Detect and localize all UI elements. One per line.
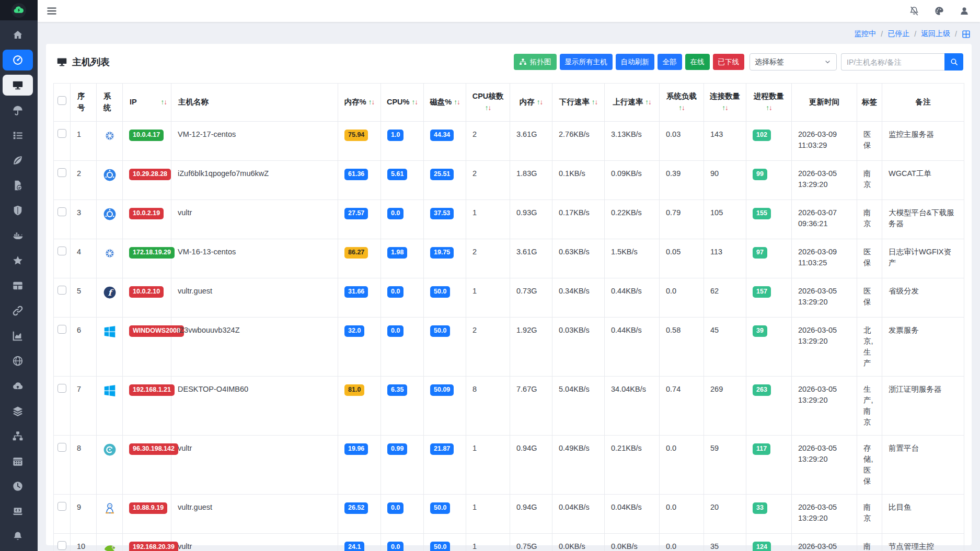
col-header-mem[interactable]: 内存 ↑↓ bbox=[510, 84, 552, 122]
notifications-off-icon[interactable] bbox=[909, 6, 919, 16]
filter-all-button[interactable]: 全部 bbox=[658, 54, 682, 70]
sort-desc-icon[interactable]: ↓ bbox=[457, 98, 460, 106]
row-checkbox[interactable] bbox=[57, 325, 66, 334]
filter-offline-button[interactable]: 已下线 bbox=[713, 54, 745, 70]
search-input[interactable] bbox=[841, 53, 944, 71]
palette-icon[interactable] bbox=[934, 6, 944, 16]
row-checkbox[interactable] bbox=[57, 286, 66, 295]
sidebar-item-file-check[interactable] bbox=[3, 175, 33, 196]
sort-icons[interactable]: ↑↓ bbox=[766, 104, 772, 112]
breadcrumb-link[interactable]: 返回上级 bbox=[921, 29, 950, 39]
sort-icons[interactable]: ↑↓ bbox=[537, 98, 543, 106]
search-button[interactable] bbox=[944, 53, 963, 71]
breadcrumb-link[interactable]: 监控中 bbox=[854, 29, 876, 39]
row-checkbox[interactable] bbox=[57, 207, 66, 216]
auto-refresh-button[interactable]: 自动刷新 bbox=[616, 54, 654, 70]
sidebar-item-link[interactable] bbox=[3, 300, 33, 321]
ip-badge[interactable]: 96.30.198.142 bbox=[129, 443, 178, 455]
load-cell: 0.03 bbox=[666, 130, 681, 138]
col-header-up[interactable]: 上行速率 ↑↓ bbox=[605, 84, 660, 122]
col-header-cpu_pct[interactable]: CPU% ↑↓ bbox=[381, 84, 424, 122]
ip-badge[interactable]: 192.168.1.21 bbox=[129, 384, 175, 396]
sidebar-item-home[interactable] bbox=[3, 25, 33, 45]
user-icon[interactable] bbox=[959, 6, 970, 16]
sidebar-item-umbrella[interactable] bbox=[3, 100, 33, 121]
sort-desc-icon[interactable]: ↓ bbox=[414, 98, 418, 106]
sidebar-item-shield[interactable] bbox=[3, 200, 33, 221]
app-logo[interactable] bbox=[0, 0, 38, 20]
row-checkbox[interactable] bbox=[57, 541, 66, 550]
row-checkbox[interactable] bbox=[57, 502, 66, 511]
sort-icons[interactable]: ↑↓ bbox=[161, 97, 167, 108]
row-checkbox[interactable] bbox=[57, 168, 66, 177]
sort-desc-icon[interactable]: ↓ bbox=[164, 98, 167, 106]
sidebar-item-terminal[interactable] bbox=[3, 501, 33, 522]
sidebar-item-docker[interactable] bbox=[3, 225, 33, 246]
sidebar-item-bell[interactable] bbox=[3, 526, 33, 547]
sidebar-item-globe[interactable] bbox=[3, 350, 33, 371]
col-header-cores[interactable]: CPU核数 ↑↓ bbox=[466, 84, 510, 122]
col-header-ip[interactable]: IP↑↓ bbox=[123, 84, 171, 122]
sort-icons[interactable]: ↑↓ bbox=[645, 98, 651, 106]
grid-view-icon[interactable] bbox=[962, 30, 971, 39]
ip-badge[interactable]: 10.0.4.17 bbox=[129, 130, 164, 141]
sidebar-item-calendar[interactable] bbox=[3, 451, 33, 472]
filter-online-button[interactable]: 在线 bbox=[685, 54, 710, 70]
sort-desc-icon[interactable]: ↓ bbox=[540, 98, 543, 106]
tag-select[interactable]: 选择标签 bbox=[750, 53, 837, 71]
sidebar-item-sitemap[interactable] bbox=[3, 426, 33, 447]
ip-badge[interactable]: 10.29.28.28 bbox=[129, 169, 171, 180]
sort-desc-icon[interactable]: ↓ bbox=[725, 104, 728, 112]
sidebar-item-cloud-upload[interactable] bbox=[3, 376, 33, 396]
col-header-load[interactable]: 系统负载 ↑↓ bbox=[660, 84, 704, 122]
sort-desc-icon[interactable]: ↓ bbox=[769, 104, 772, 112]
col-header-down[interactable]: 下行速率 ↑↓ bbox=[552, 84, 605, 122]
ip-badge[interactable]: 10.88.9.19 bbox=[129, 502, 167, 514]
col-header-procs[interactable]: 进程数量 ↑↓ bbox=[746, 84, 792, 122]
sort-desc-icon[interactable]: ↓ bbox=[488, 104, 491, 112]
col-header-disk_pct[interactable]: 磁盘% ↑↓ bbox=[424, 84, 466, 122]
sort-icons[interactable]: ↑↓ bbox=[454, 98, 460, 106]
ip-badge[interactable]: 10.0.2.19 bbox=[129, 208, 164, 219]
sort-icons[interactable]: ↑↓ bbox=[412, 98, 418, 106]
sidebar-item-leaf[interactable] bbox=[3, 150, 33, 171]
hamburger-menu-icon[interactable] bbox=[46, 5, 57, 17]
sidebar-item-star[interactable] bbox=[3, 250, 33, 271]
row-checkbox[interactable] bbox=[57, 129, 66, 138]
conns-cell: 35 bbox=[710, 542, 719, 550]
sidebar-item-clock[interactable] bbox=[3, 476, 33, 497]
col-header-conns[interactable]: 连接数量 ↑↓ bbox=[704, 84, 746, 122]
row-checkbox[interactable] bbox=[57, 247, 66, 255]
ip-badge[interactable]: 10.0.2.10 bbox=[129, 286, 164, 298]
ip-badge[interactable]: 172.18.19.29 bbox=[129, 247, 175, 259]
row-checkbox[interactable] bbox=[57, 384, 66, 393]
sort-icons[interactable]: ↑↓ bbox=[592, 98, 598, 106]
select-all-checkbox[interactable] bbox=[57, 96, 66, 105]
memory-percent-badge: 86.27 bbox=[344, 247, 368, 259]
sidebar-item-table[interactable] bbox=[3, 275, 33, 296]
sort-desc-icon[interactable]: ↓ bbox=[682, 104, 685, 112]
sort-desc-icon[interactable]: ↓ bbox=[371, 98, 374, 106]
sort-icons[interactable]: ↑↓ bbox=[678, 104, 685, 112]
col-header-mem_pct[interactable]: 内存% ↑↓ bbox=[338, 84, 381, 122]
sort-desc-icon[interactable]: ↓ bbox=[648, 98, 651, 106]
sidebar-item-hosts[interactable] bbox=[3, 75, 33, 96]
process-count-badge: 97 bbox=[753, 247, 767, 259]
sidebar-item-dashboard[interactable] bbox=[3, 50, 33, 71]
sort-icons[interactable]: ↑↓ bbox=[485, 104, 491, 112]
tags-cell: 南京 bbox=[863, 208, 871, 228]
updated-time-cell: 2026-03-0709:36:21 bbox=[792, 200, 857, 239]
sidebar-item-layers[interactable] bbox=[3, 401, 33, 421]
sort-icons[interactable]: ↑↓ bbox=[722, 104, 728, 112]
sort-desc-icon[interactable]: ↓ bbox=[595, 98, 598, 106]
load-cell: 0.79 bbox=[666, 208, 681, 217]
topology-button[interactable]: 拓扑图 bbox=[514, 54, 557, 70]
sidebar-item-chart[interactable] bbox=[3, 325, 33, 346]
breadcrumb-link[interactable]: 已停止 bbox=[887, 29, 909, 39]
sidebar-item-checklist[interactable] bbox=[3, 125, 33, 146]
row-checkbox[interactable] bbox=[57, 443, 66, 452]
ip-badge[interactable]: 192.168.20.39 bbox=[129, 542, 178, 551]
sort-icons[interactable]: ↑↓ bbox=[368, 98, 375, 106]
show-all-hosts-button[interactable]: 显示所有主机 bbox=[560, 54, 613, 70]
ip-badge[interactable]: WINDOWS2008 bbox=[129, 325, 184, 337]
